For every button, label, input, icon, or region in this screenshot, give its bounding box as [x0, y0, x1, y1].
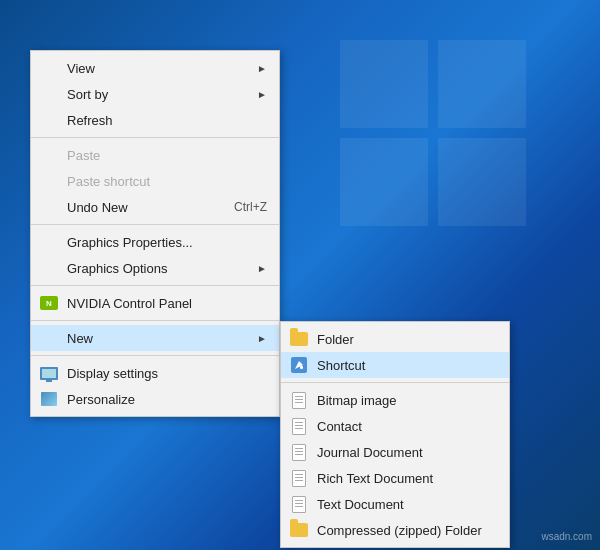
menu-item-undo-new[interactable]: Undo New Ctrl+Z	[31, 194, 279, 220]
text-doc-icon	[289, 494, 309, 514]
view-label: View	[67, 61, 95, 76]
context-menu: View ► Sort by ► Refresh Paste Paste sho…	[30, 50, 280, 417]
text-doc-label: Text Document	[317, 497, 404, 512]
svg-rect-0	[300, 366, 303, 369]
contact-label: Contact	[317, 419, 362, 434]
graphics-options-arrow: ►	[257, 263, 267, 274]
submenu-item-text[interactable]: Text Document	[281, 491, 509, 517]
separator-2	[31, 224, 279, 225]
folder-label: Folder	[317, 332, 354, 347]
rich-text-icon	[289, 468, 309, 488]
bitmap-label: Bitmap image	[317, 393, 396, 408]
menu-item-personalize[interactable]: Personalize	[31, 386, 279, 412]
menu-item-paste[interactable]: Paste	[31, 142, 279, 168]
watermark: wsadn.com	[541, 531, 592, 542]
new-submenu: Folder Shortcut Bitmap image	[280, 321, 510, 548]
menu-item-new[interactable]: New ► Folder Shortcut	[31, 325, 279, 351]
bitmap-icon	[289, 390, 309, 410]
separator-3	[31, 285, 279, 286]
undo-new-label: Undo New	[67, 200, 128, 215]
display-settings-label: Display settings	[67, 366, 158, 381]
submenu-item-zip[interactable]: Compressed (zipped) Folder	[281, 517, 509, 543]
submenu-item-folder[interactable]: Folder	[281, 326, 509, 352]
nvidia-label: NVIDIA Control Panel	[67, 296, 192, 311]
menu-item-sort-by[interactable]: Sort by ►	[31, 81, 279, 107]
sort-by-arrow: ►	[257, 89, 267, 100]
menu-item-nvidia[interactable]: N NVIDIA Control Panel	[31, 290, 279, 316]
folder-icon	[289, 329, 309, 349]
submenu-item-bitmap[interactable]: Bitmap image	[281, 387, 509, 413]
display-icon	[39, 363, 59, 383]
paste-shortcut-label: Paste shortcut	[67, 174, 150, 189]
personalize-icon	[39, 389, 59, 409]
new-label: New	[67, 331, 93, 346]
menu-item-refresh[interactable]: Refresh	[31, 107, 279, 133]
graphics-options-label: Graphics Options	[67, 261, 167, 276]
nvidia-icon: N	[39, 293, 59, 313]
separator-4	[31, 320, 279, 321]
view-arrow: ►	[257, 63, 267, 74]
separator-1	[31, 137, 279, 138]
submenu-item-shortcut[interactable]: Shortcut	[281, 352, 509, 378]
undo-new-shortcut: Ctrl+Z	[234, 200, 267, 214]
journal-icon	[289, 442, 309, 462]
zip-label: Compressed (zipped) Folder	[317, 523, 482, 538]
rich-text-label: Rich Text Document	[317, 471, 433, 486]
journal-label: Journal Document	[317, 445, 423, 460]
graphics-properties-label: Graphics Properties...	[67, 235, 193, 250]
paste-label: Paste	[67, 148, 100, 163]
submenu-item-rich-text[interactable]: Rich Text Document	[281, 465, 509, 491]
sort-by-label: Sort by	[67, 87, 108, 102]
desktop-logo	[340, 40, 540, 240]
submenu-separator	[281, 382, 509, 383]
submenu-item-journal[interactable]: Journal Document	[281, 439, 509, 465]
shortcut-label: Shortcut	[317, 358, 365, 373]
personalize-label: Personalize	[67, 392, 135, 407]
new-arrow: ►	[257, 333, 267, 344]
menu-item-paste-shortcut[interactable]: Paste shortcut	[31, 168, 279, 194]
separator-5	[31, 355, 279, 356]
shortcut-icon	[289, 355, 309, 375]
menu-item-display-settings[interactable]: Display settings	[31, 360, 279, 386]
zip-icon	[289, 520, 309, 540]
refresh-label: Refresh	[67, 113, 113, 128]
submenu-item-contact[interactable]: Contact	[281, 413, 509, 439]
menu-item-view[interactable]: View ►	[31, 55, 279, 81]
contact-icon	[289, 416, 309, 436]
desktop: View ► Sort by ► Refresh Paste Paste sho…	[0, 0, 600, 550]
menu-item-graphics-options[interactable]: Graphics Options ►	[31, 255, 279, 281]
menu-item-graphics-properties[interactable]: Graphics Properties...	[31, 229, 279, 255]
